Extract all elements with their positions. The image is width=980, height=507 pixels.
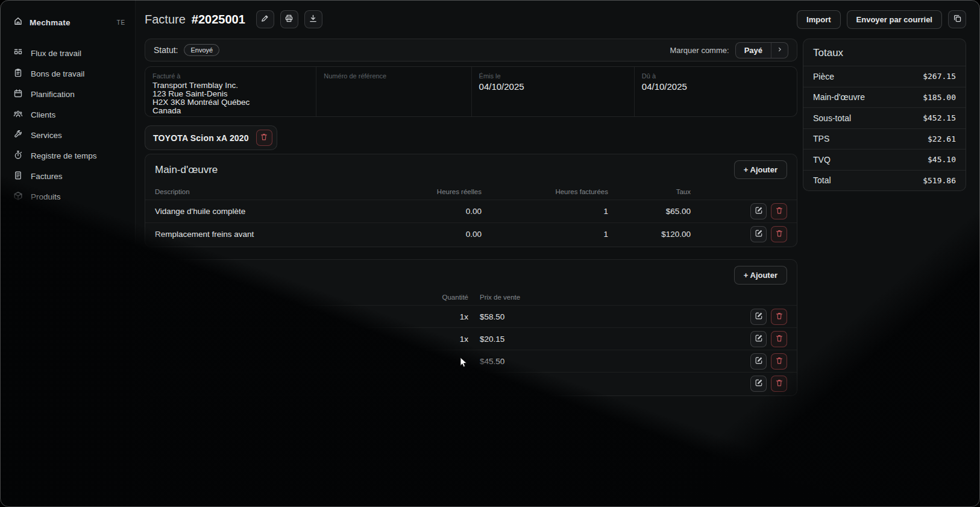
products-section: + Ajouter Quantité Prix de vente 1x $58.…	[145, 259, 797, 396]
trash-icon	[775, 312, 784, 322]
status-label: Statut:	[154, 45, 178, 55]
calendar-icon	[13, 89, 23, 100]
labor-row: Remplacement freins avant 0.00 1 $120.00	[145, 222, 797, 245]
labor-rate: $120.00	[621, 230, 703, 239]
products-col-quantity: Quantité	[408, 294, 468, 301]
add-labor-button[interactable]: + Ajouter	[734, 160, 787, 179]
vehicle-name: TOYOTA Scion xA 2020	[153, 133, 249, 143]
edit-product-button[interactable]	[750, 376, 767, 392]
trash-icon	[775, 229, 784, 239]
clients-icon	[13, 109, 23, 121]
totals-label: Pièce	[813, 72, 923, 81]
labor-description: Remplacement freins avant	[155, 230, 404, 239]
issued-date-field[interactable]: Émis le 04/10/2025	[472, 67, 635, 116]
import-button[interactable]: Import	[797, 10, 840, 29]
edit-icon	[755, 206, 763, 216]
edit-icon	[755, 356, 763, 367]
products-section-head: + Ajouter	[145, 260, 797, 289]
sidebar-item-bons-de-travail[interactable]: Bons de travail	[13, 68, 125, 80]
sidebar-item-services[interactable]: Services	[13, 129, 125, 141]
billed-to-field[interactable]: Facturé à Transport Tremblay Inc. 123 Ru…	[145, 67, 316, 116]
delete-product-button[interactable]	[771, 353, 787, 370]
totals-row: Sous-total $452.15	[803, 107, 966, 128]
totals-panel: Totaux Pièce $267.15 Main-d'œuvre $185.0…	[803, 39, 966, 191]
vehicle-row: TOYOTA Scion xA 2020	[145, 125, 797, 150]
sidebar-item-clients[interactable]: Clients	[13, 109, 125, 121]
labor-section: Main-d'œuvre + Ajouter Description Heure…	[145, 154, 797, 247]
edit-product-button[interactable]	[750, 331, 767, 347]
sidebar-item-flux-de-travail[interactable]: Flux de travail	[13, 47, 125, 59]
app-logo[interactable]: Mechmate TE	[13, 16, 125, 29]
add-product-button[interactable]: + Ajouter	[734, 266, 787, 285]
products-col-price: Prix de vente	[468, 294, 559, 301]
send-email-button[interactable]: Envoyer par courriel	[847, 10, 942, 29]
labor-section-title: Main-d'œuvre	[155, 164, 218, 176]
invoice-column: Statut: Envoyé Marquer comme: Payé Factu…	[145, 39, 797, 396]
print-button[interactable]	[280, 10, 298, 28]
labor-col-description: Description	[155, 188, 404, 195]
sidebar: Mechmate TE Flux de travail Bons de trav…	[0, 0, 136, 507]
trash-icon	[775, 379, 784, 389]
edit-product-button[interactable]	[750, 353, 767, 370]
sidebar-item-label: Clients	[31, 110, 55, 119]
edit-invoice-button[interactable]	[256, 10, 274, 28]
mark-as-options-button[interactable]	[771, 43, 788, 58]
due-date-field[interactable]: Dû à 04/10/2025	[635, 67, 797, 116]
totals-label: Main-d'œuvre	[813, 92, 923, 102]
edit-icon	[755, 229, 763, 239]
trash-icon	[775, 356, 784, 367]
trash-icon	[260, 133, 268, 143]
download-button[interactable]	[304, 10, 322, 28]
delete-labor-button[interactable]	[771, 226, 787, 242]
totals-label: TPS	[813, 134, 928, 143]
delete-labor-button[interactable]	[771, 203, 787, 219]
product-price: $58.50	[468, 312, 559, 321]
duplicate-button[interactable]	[948, 10, 966, 28]
mark-as-label: Marquer comme:	[670, 46, 729, 55]
status-badge: Envoyé	[184, 44, 219, 56]
products-table-header: Quantité Prix de vente	[145, 289, 797, 305]
sidebar-item-label: Bons de travail	[31, 69, 84, 78]
edit-product-button[interactable]	[750, 309, 767, 325]
edit-labor-button[interactable]	[750, 226, 767, 242]
totals-row: TPS $22.61	[803, 128, 966, 150]
trash-icon	[775, 334, 784, 344]
app-window: Mechmate TE Flux de travail Bons de trav…	[0, 0, 980, 507]
sidebar-item-label: Registre de temps	[31, 151, 97, 160]
edit-icon	[755, 312, 763, 322]
reference-number-field[interactable]: Numéro de référence	[316, 67, 471, 116]
totals-value: $519.86	[923, 176, 956, 185]
labor-billed-hours: 1	[495, 207, 621, 216]
sidebar-item-planification[interactable]: Planification	[13, 88, 125, 100]
vehicle-tab[interactable]: TOYOTA Scion xA 2020	[145, 125, 277, 150]
home-icon	[13, 16, 23, 28]
billed-to-line: Transport Tremblay Inc.	[152, 81, 309, 90]
trash-icon	[775, 206, 784, 216]
mark-as-split-button: Payé	[735, 42, 788, 58]
billed-to-line: Canada	[152, 107, 309, 115]
delete-product-button[interactable]	[771, 376, 787, 392]
edit-icon	[755, 334, 763, 344]
delete-vehicle-button[interactable]	[256, 130, 272, 146]
product-quantity: 1x	[408, 312, 468, 321]
mark-paid-button[interactable]: Payé	[736, 43, 771, 58]
invoice-number: #2025001	[192, 13, 245, 27]
sidebar-item-label: Services	[31, 131, 62, 140]
labor-col-billed-hours: Heures facturées	[495, 188, 621, 195]
labor-table-header: Description Heures réelles Heures factur…	[145, 184, 797, 200]
product-row: 1x $58.50	[145, 305, 797, 327]
totals-title: Totaux	[803, 39, 966, 66]
product-row: $45.50	[145, 350, 797, 372]
edit-labor-button[interactable]	[750, 203, 767, 219]
printer-icon	[284, 14, 294, 25]
cube-icon	[13, 191, 23, 203]
delete-product-button[interactable]	[771, 309, 787, 325]
main-area: Facture #2025001 Import Envoyer par cour…	[136, 0, 980, 507]
invoice-details: Facturé à Transport Tremblay Inc. 123 Ru…	[145, 66, 797, 117]
issued-date-label: Émis le	[479, 72, 627, 80]
sidebar-item-factures[interactable]: Factures	[13, 170, 125, 182]
sidebar-item-produits[interactable]: Produits	[13, 191, 125, 203]
sidebar-item-registre-de-temps[interactable]: Registre de temps	[13, 150, 125, 162]
totals-value: $185.00	[923, 93, 956, 102]
delete-product-button[interactable]	[771, 331, 787, 347]
